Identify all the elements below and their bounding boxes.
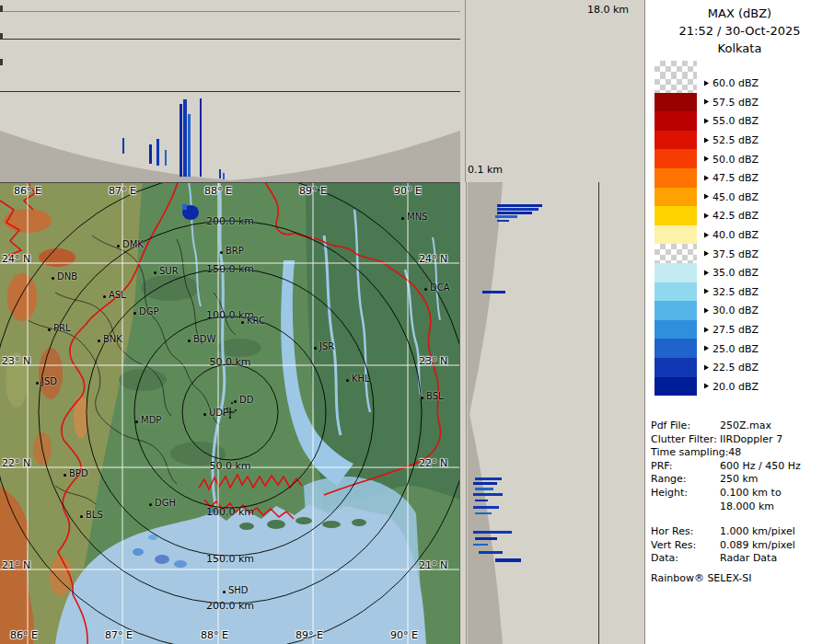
legend-entry: 45.0 dBZ bbox=[654, 188, 829, 207]
radar-site-name: Kolkata bbox=[645, 40, 834, 57]
legend-entry-label: 50.0 dBZ bbox=[704, 153, 759, 165]
echo-bar-horizontal bbox=[497, 208, 539, 211]
metadata-row: Data:Radar Data bbox=[651, 552, 831, 566]
legend-entry-label: 60.0 dBZ bbox=[704, 77, 759, 89]
metadata-label: Pdf File: bbox=[651, 420, 720, 433]
metadata-value: 18.000 km bbox=[720, 500, 774, 512]
echo-bar-horizontal bbox=[473, 493, 503, 496]
legend-title-block: MAX (dBZ) 21:52 / 30-Oct-2025 Kolkata bbox=[645, 0, 834, 57]
echo-bar-vertical bbox=[180, 104, 182, 177]
legend-entry: 27.5 dBZ bbox=[654, 320, 829, 339]
echo-bar-horizontal bbox=[473, 544, 488, 546]
legend-pointer-icon bbox=[704, 289, 709, 294]
legend-entry-label: 35.0 dBZ bbox=[704, 267, 759, 279]
echo-bar-horizontal bbox=[475, 477, 502, 480]
legend-entry: 42.5 dBZ bbox=[654, 206, 829, 225]
metadata-rows: Pdf File:250Z.maxClutter Filter:IIRDoppl… bbox=[651, 420, 831, 566]
legend-entry-label: 45.0 dBZ bbox=[704, 190, 759, 202]
legend-swatch bbox=[654, 244, 697, 263]
metadata-row: Clutter Filter:IIRDoppler 7 bbox=[651, 433, 831, 447]
legend-pointer-icon bbox=[704, 364, 709, 370]
metadata-row: Vert Res:0.089 km/pixel bbox=[651, 539, 831, 553]
echo-bar-horizontal bbox=[497, 220, 509, 222]
metadata-label: Vert Res: bbox=[651, 539, 720, 553]
metadata-value: Radar Data bbox=[720, 552, 777, 564]
legend-entry-label: 52.5 dBZ bbox=[704, 134, 759, 146]
legend-entry: 37.5 dBZ bbox=[654, 244, 829, 263]
legend-swatch bbox=[654, 149, 697, 168]
echo-bar-horizontal bbox=[475, 500, 488, 501]
legend-scale-cap bbox=[654, 61, 697, 74]
echo-bar-vertical bbox=[200, 98, 202, 177]
legend-entry-label: 20.0 dBZ bbox=[704, 380, 759, 392]
metadata-label: Hor Res: bbox=[651, 525, 720, 539]
legend-swatch bbox=[654, 225, 697, 245]
legend-entry-label: 47.5 dBZ bbox=[704, 172, 759, 184]
legend-pointer-icon bbox=[704, 213, 709, 218]
legend-pointer-icon bbox=[704, 270, 709, 275]
metadata-value: 48 bbox=[728, 446, 741, 458]
legend-swatch bbox=[654, 206, 697, 225]
legend-entry-label: 40.0 dBZ bbox=[704, 229, 759, 241]
metadata-label: Height: bbox=[651, 487, 720, 500]
product-datetime: 21:52 / 30-Oct-2025 bbox=[645, 22, 834, 40]
legend-entry-label: 32.5 dBZ bbox=[704, 285, 759, 297]
legend-panel: MAX (dBZ) 21:52 / 30-Oct-2025 Kolkata 60… bbox=[644, 0, 834, 644]
legend-entry-label: 25.0 dBZ bbox=[704, 342, 759, 354]
legend-pointer-icon bbox=[704, 232, 709, 237]
echo-bar-horizontal bbox=[497, 204, 542, 207]
echo-bar-horizontal bbox=[482, 291, 505, 293]
legend-swatch bbox=[654, 263, 697, 282]
metadata-value: 0.100 km to bbox=[720, 487, 782, 499]
legend-pointer-icon bbox=[704, 307, 709, 313]
metadata-row: PRF:600 Hz / 450 Hz bbox=[651, 460, 831, 474]
metadata-value: 600 Hz / 450 Hz bbox=[720, 460, 801, 472]
legend-entry: 60.0 dBZ bbox=[654, 74, 829, 93]
legend-swatch bbox=[654, 111, 697, 131]
legend-entry: 30.0 dBZ bbox=[654, 301, 829, 320]
legend-swatch bbox=[654, 301, 697, 320]
metadata-block: Pdf File:250Z.maxClutter Filter:IIRDoppl… bbox=[651, 420, 831, 584]
legend-entry: 55.0 dBZ bbox=[654, 111, 829, 131]
beam-blind-wedge-side bbox=[468, 182, 503, 644]
legend-pointer-icon bbox=[704, 156, 709, 162]
metadata-value: 250Z.max bbox=[720, 420, 771, 431]
echo-bar-vertical bbox=[183, 99, 187, 177]
legend-entry-label: 57.5 dBZ bbox=[704, 96, 759, 108]
metadata-value: IIRDoppler 7 bbox=[720, 433, 782, 445]
echo-bar-horizontal bbox=[475, 512, 492, 514]
legend-entry-label: 27.5 dBZ bbox=[704, 324, 759, 336]
legend-entry: 22.5 dBZ bbox=[654, 358, 829, 377]
legend-pointer-icon bbox=[704, 99, 709, 105]
echo-bar-horizontal bbox=[473, 482, 497, 485]
legend-entry: 57.5 dBZ bbox=[654, 93, 829, 112]
legend-entry-label: 55.0 dBZ bbox=[704, 115, 759, 127]
product-title: MAX (dBZ) bbox=[645, 5, 834, 22]
height-axis-min-label: 0.1 km bbox=[468, 165, 503, 175]
legend-entry: 50.0 dBZ bbox=[654, 149, 829, 168]
legend-entry: 25.0 dBZ bbox=[654, 339, 829, 358]
legend-swatch bbox=[654, 74, 697, 93]
radar-display-window: 18.0 km 0.1 km 86° E86° E87° E87° E88° E… bbox=[0, 0, 834, 644]
legend-pointer-icon bbox=[704, 137, 709, 143]
legend-entry: 52.5 dBZ bbox=[654, 131, 829, 150]
beam-blind-wedge bbox=[0, 131, 460, 182]
echo-bar-horizontal bbox=[479, 551, 503, 554]
legend-pointer-icon bbox=[704, 346, 709, 351]
legend-entry: 47.5 dBZ bbox=[654, 168, 829, 188]
legend-swatch bbox=[654, 188, 697, 207]
echo-bar-horizontal bbox=[497, 212, 532, 214]
echo-bar-vertical bbox=[149, 144, 152, 164]
metadata-row: 18.000 km bbox=[651, 500, 831, 514]
legend-swatch bbox=[654, 339, 697, 358]
legend-pointer-icon bbox=[704, 80, 709, 86]
metadata-label: Clutter Filter: bbox=[651, 433, 720, 447]
echo-bar-vertical bbox=[219, 169, 221, 178]
legend-swatch bbox=[654, 168, 697, 188]
legend-swatch bbox=[654, 358, 697, 377]
legend-entry-label: 30.0 dBZ bbox=[704, 305, 759, 316]
echo-bar-vertical bbox=[188, 114, 191, 177]
side-projection-panel bbox=[466, 182, 650, 644]
legend-pointer-icon bbox=[704, 327, 709, 332]
height-axis-max-label: 18.0 km bbox=[587, 5, 629, 15]
